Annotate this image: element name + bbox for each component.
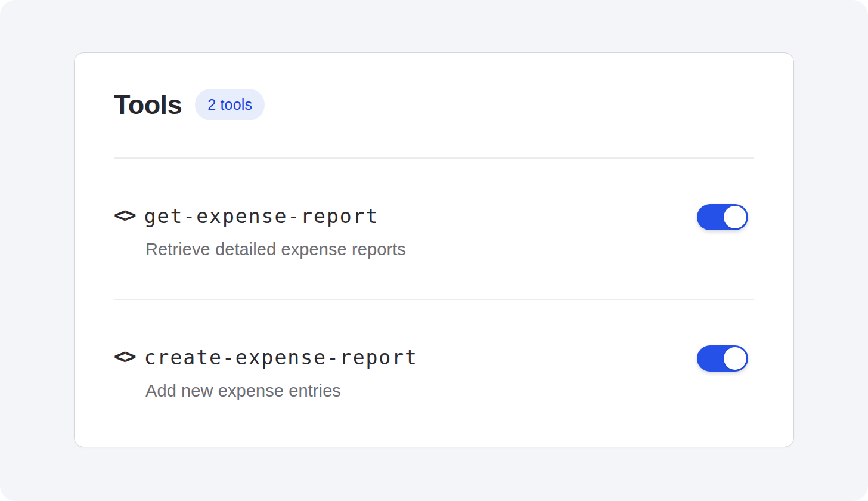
tool-list: <> get-expense-report Retrieve detailed …: [114, 157, 754, 440]
code-brackets-icon: <>: [114, 347, 135, 366]
tools-card: Tools 2 tools <> get-expense-report Retr…: [74, 52, 794, 447]
tool-info: <> get-expense-report Retrieve detailed …: [114, 203, 406, 259]
tool-name-line: <> get-expense-report: [114, 203, 406, 229]
page-title: Tools: [114, 89, 182, 120]
page-background: Tools 2 tools <> get-expense-report Retr…: [0, 0, 868, 501]
tool-info: <> create-expense-report Add new expense…: [114, 344, 418, 401]
tool-name-line: <> create-expense-report: [114, 344, 418, 370]
tool-row-create-expense-report: <> create-expense-report Add new expense…: [114, 299, 754, 440]
toggle-knob: [724, 347, 746, 370]
tool-description: Add new expense entries: [145, 381, 418, 401]
tool-toggle-get-expense-report[interactable]: [697, 204, 748, 230]
code-brackets-icon: <>: [114, 205, 135, 225]
tool-toggle-create-expense-report[interactable]: [697, 345, 748, 372]
tool-row-get-expense-report: <> get-expense-report Retrieve detailed …: [114, 157, 754, 299]
toggle-knob: [724, 206, 746, 228]
tool-name: create-expense-report: [144, 348, 418, 367]
tool-name: get-expense-report: [144, 206, 379, 226]
tool-count-badge: 2 tools: [195, 89, 265, 120]
tools-card-header: Tools 2 tools: [114, 89, 754, 120]
tool-description: Retrieve detailed expense reports: [145, 240, 406, 259]
